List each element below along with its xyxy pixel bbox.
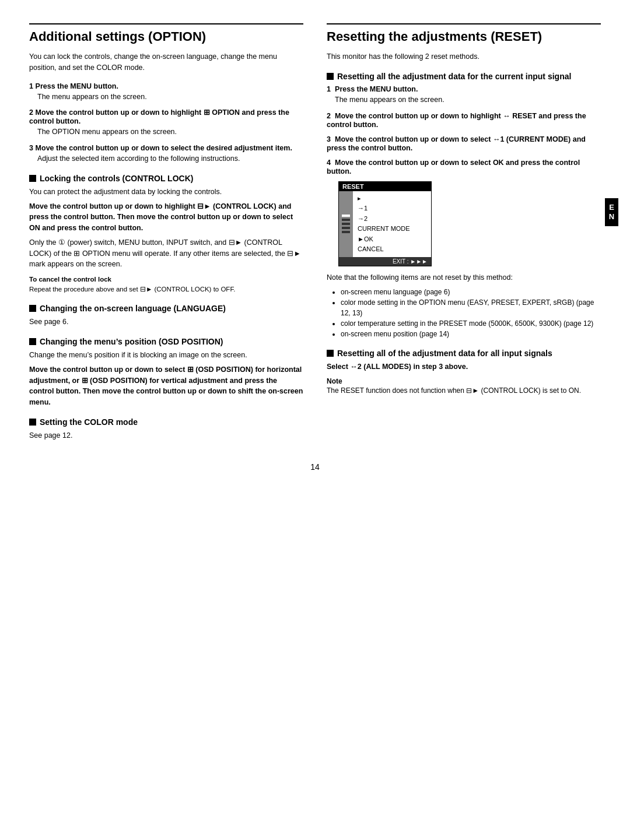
control-lock-p2: Move the control button up or down to hi… — [29, 201, 303, 234]
left-step-3: 3 Move the control button up or down to … — [29, 143, 303, 164]
language-heading: Changing the on-screen language (LANGUAG… — [29, 304, 303, 313]
reset-diagram-sidebar — [339, 191, 353, 258]
left-step-2-label: Move the control button up or down to hi… — [29, 108, 289, 125]
reset-all-title: Resetting all of the adjustment data for… — [337, 349, 552, 358]
reset-all-heading: Resetting all of the adjustment data for… — [327, 349, 601, 358]
diagram-item-current-mode: CURRENT MODE — [358, 224, 410, 234]
control-lock-p1: You can protect the adjustment data by l… — [29, 187, 303, 198]
left-step-2-num: 2 — [29, 108, 33, 117]
right-step-1: 1 Press the MENU button. The menu appear… — [327, 85, 601, 106]
sidebar-bar-3 — [342, 223, 350, 225]
right-step-4-label: Move the control button up or down to se… — [327, 159, 580, 175]
control-lock-title: Locking the controls (CONTROL LOCK) — [40, 174, 193, 183]
language-p1: See page 6. — [29, 317, 303, 328]
square-icon-lang — [29, 305, 36, 312]
bullet-item-2: color mode setting in the OPTION menu (E… — [341, 297, 601, 318]
square-icon-reset-all — [327, 350, 334, 357]
square-icon-osd — [29, 338, 36, 345]
left-step-1-body: The menu appears on the screen. — [37, 92, 303, 103]
reset-diagram: RESET ▸ →1 →2 CURRENT MODE ►OK — [338, 181, 432, 267]
reset-diagram-header: RESET — [339, 182, 431, 191]
left-intro: You can lock the controls, change the on… — [29, 51, 303, 73]
note-text: The RESET function does not function whe… — [327, 385, 601, 396]
page-number: 14 — [29, 462, 601, 472]
osd-position-p1: Change the menu’s position if it is bloc… — [29, 350, 303, 361]
bullet-item-4: on-screen menu position (page 14) — [341, 329, 601, 339]
en-badge: EN — [605, 198, 618, 226]
right-column: Resetting the adjustments (RESET) This m… — [327, 23, 601, 445]
reset-diagram-body: ▸ →1 →2 CURRENT MODE ►OK CANCEL — [339, 191, 431, 258]
sidebar-bar-1 — [342, 215, 350, 217]
language-title: Changing the on-screen language (LANGUAG… — [40, 304, 226, 313]
sidebar-bar-4 — [342, 227, 350, 229]
diagram-item-2: →2 — [358, 214, 410, 224]
reset-diagram-footer: EXIT : ►►► — [339, 257, 431, 266]
left-step-3-body: Adjust the selected item according to th… — [37, 153, 303, 164]
right-step-1-label: Press the MENU button. — [335, 85, 418, 93]
left-step-1-label: Press the MENU button. — [36, 82, 118, 90]
left-step-1-num: 1 — [29, 82, 33, 90]
note-not-reset-list: on-screen menu language (page 6) color m… — [335, 287, 601, 339]
diagram-item-1: →1 — [358, 203, 410, 214]
control-lock-p3: Only the ① (power) switch, MENU button, … — [29, 237, 303, 270]
sidebar-bar-5 — [342, 231, 350, 233]
note-not-reset-label: Note that the following items are not re… — [327, 272, 601, 283]
reset-all-select-step: Select ↔2 (ALL MODES) in step 3 above. — [327, 363, 601, 371]
left-section-title: Additional settings (OPTION) — [29, 23, 303, 44]
reset-current-heading: Resetting all the adjustment data for th… — [327, 72, 601, 81]
osd-position-title: Changing the menu’s position (OSD POSITI… — [40, 337, 223, 346]
reset-current-title: Resetting all the adjustment data for th… — [337, 72, 571, 81]
bullet-item-3: color temperature setting in the PRESET … — [341, 318, 601, 329]
diagram-item-ok: ►OK — [358, 234, 410, 245]
left-step-2: 2 Move the control button up or down to … — [29, 108, 303, 138]
right-step-2-label: Move the control button up or down to hi… — [327, 112, 586, 129]
right-step-2: 2 Move the control button up or down to … — [327, 111, 601, 129]
color-mode-heading: Setting the COLOR mode — [29, 417, 303, 427]
left-step-2-body: The OPTION menu appears on the screen. — [37, 126, 303, 138]
right-step-1-body: The menu appears on the screen. — [335, 94, 601, 106]
left-step-3-label: Move the control button up or down to se… — [36, 144, 292, 152]
osd-position-p2: Move the control button up or down to se… — [29, 364, 303, 408]
square-icon-color — [29, 419, 36, 426]
diagram-item-cancel: CANCEL — [358, 244, 410, 255]
right-intro: This monitor has the following 2 reset m… — [327, 51, 601, 62]
control-lock-heading: Locking the controls (CONTROL LOCK) — [29, 174, 303, 183]
color-mode-title: Setting the COLOR mode — [40, 417, 138, 427]
left-step-3-num: 3 — [29, 144, 33, 152]
reset-diagram-content: ▸ →1 →2 CURRENT MODE ►OK CANCEL — [353, 191, 415, 258]
osd-position-heading: Changing the menu’s position (OSD POSITI… — [29, 337, 303, 346]
note-label: Note — [327, 377, 342, 385]
right-section-title: Resetting the adjustments (RESET) — [327, 23, 601, 44]
left-step-1: 1 Press the MENU button. The menu appear… — [29, 82, 303, 103]
right-step-4: 4 Move the control button up or down to … — [327, 158, 601, 175]
square-icon — [29, 175, 36, 182]
right-step-3-label: Move the control button up or down to se… — [327, 135, 586, 152]
diagram-item-arrow: ▸ — [358, 194, 410, 204]
page-container: Additional settings (OPTION) You can loc… — [29, 23, 601, 445]
color-mode-p1: See page 12. — [29, 430, 303, 441]
left-column: Additional settings (OPTION) You can loc… — [29, 23, 303, 445]
sidebar-bar-2 — [342, 219, 350, 221]
control-lock-sub-body: Repeat the procedure above and set ⊟► (C… — [29, 284, 303, 294]
control-lock-sub-heading: To cancel the control lock — [29, 276, 303, 283]
right-step-3: 3 Move the control button up or down to … — [327, 135, 601, 152]
note-section: Note The RESET function does not functio… — [327, 377, 601, 396]
square-icon-reset — [327, 73, 334, 80]
bullet-item-1: on-screen menu language (page 6) — [341, 287, 601, 297]
